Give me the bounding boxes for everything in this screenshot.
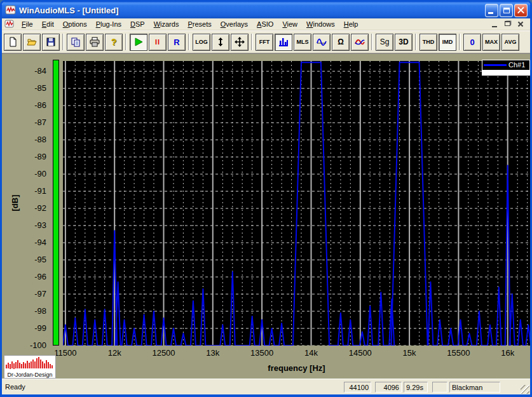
y-tick-label: -91 (25, 186, 46, 196)
toolbar-separator (188, 34, 190, 50)
status-samplerate: 44100 (344, 382, 371, 393)
x-tick-label: 14k (290, 348, 331, 358)
impedance-button[interactable]: Ω (332, 34, 350, 51)
y-tick-label: -85 (25, 83, 46, 93)
menu-windows[interactable]: Windows (302, 19, 339, 29)
status-window-function: Blackman (449, 382, 500, 393)
toolbar-separator (459, 34, 461, 50)
status-fftsize: 4096 (375, 382, 402, 393)
vertical-zoom-button[interactable] (212, 34, 229, 51)
new-button[interactable] (4, 34, 22, 51)
minimize-icon (488, 12, 493, 14)
y-tick-label: -92 (25, 203, 46, 213)
omega-icon: Ω (338, 37, 344, 46)
menu-options[interactable]: Options (58, 19, 92, 29)
maximize-icon (503, 8, 510, 13)
app-window: WinAudioMLS - [Untitled] FileEditOptions… (0, 0, 532, 397)
minimize-button[interactable] (485, 4, 498, 17)
y-tick-label: -98 (25, 306, 46, 316)
signal-button[interactable]: Sg (376, 34, 393, 51)
reset-averaging-button[interactable]: 0 (463, 34, 481, 51)
y-tick-label: -94 (25, 238, 46, 248)
play-icon (133, 37, 144, 47)
mdi-close-icon (516, 20, 525, 28)
title-bar[interactable]: WinAudioMLS - [Untitled] (2, 2, 530, 18)
menu-wizards[interactable]: Wizards (149, 19, 184, 29)
menu-presets[interactable]: Presets (183, 19, 215, 29)
record-button[interactable]: R (168, 34, 186, 51)
y-tick-label: -97 (25, 289, 46, 299)
logo-waveform-icon (4, 356, 55, 371)
vendor-logo: Dr-Jordan-Design (4, 355, 56, 379)
x-tick-label: 13500 (242, 348, 282, 358)
close-button[interactable] (514, 4, 528, 17)
help-button[interactable]: ? (105, 34, 123, 51)
plot-canvas[interactable] (63, 61, 530, 346)
app-icon (5, 5, 17, 15)
mdi-restore-icon (505, 21, 510, 26)
mdi-document-icon (4, 20, 15, 29)
maximize-button[interactable] (500, 4, 513, 17)
imd-button[interactable]: IMD (439, 34, 456, 51)
menu-help[interactable]: Help (339, 19, 363, 29)
y-tick-label: -90 (25, 169, 46, 179)
menu-edit[interactable]: Edit (38, 19, 58, 29)
legend-label: Ch#1 (508, 62, 525, 69)
x-axis-title: frequency [Hz] (63, 363, 530, 373)
menu-file[interactable]: File (17, 19, 38, 29)
mdi-minimize-button[interactable] (491, 20, 500, 28)
y-tick-label: -100 (25, 340, 46, 351)
x-tick-label: 16k (488, 348, 528, 358)
3d-view-button[interactable]: 3D (395, 34, 413, 51)
toolbar: ? II R LOG FFT MLS Ω Sg 3D THD IM (2, 30, 530, 53)
overlay-curves-button[interactable] (351, 34, 369, 51)
x-tick-label: 14500 (340, 348, 381, 358)
resize-grip[interactable] (521, 385, 529, 394)
pan-zoom-button[interactable] (231, 34, 249, 51)
window-title: WinAudioMLS - [Untitled] (19, 6, 485, 15)
menu-dsp[interactable]: DSP (126, 19, 149, 29)
menu-view[interactable]: View (278, 19, 302, 29)
toolbar-separator (62, 34, 64, 50)
mdi-minimize-icon (492, 26, 497, 27)
open-button[interactable] (23, 34, 41, 51)
fft-button[interactable]: FFT (256, 34, 273, 51)
mdi-restore-button[interactable] (503, 20, 512, 28)
mls-button[interactable]: MLS (294, 34, 311, 51)
mdi-close-button[interactable] (516, 20, 525, 28)
print-button[interactable] (86, 34, 104, 51)
close-icon (515, 4, 527, 17)
toolbar-separator (125, 34, 127, 50)
copy-button[interactable] (67, 34, 85, 51)
x-tick-label: 13k (193, 348, 233, 358)
menu-asio[interactable]: ASIO (252, 19, 278, 29)
menu-overlays[interactable]: Overlays (216, 19, 252, 29)
chart-area: [dB] -84-85-86-87-88-89-90-91-92-93-94-9… (2, 53, 530, 379)
save-floppy-icon (46, 37, 56, 47)
spectrum-display-button[interactable] (275, 34, 292, 51)
y-tick-label: -86 (25, 100, 46, 111)
signal-generator-button[interactable] (313, 34, 331, 51)
y-axis-title: [dB] (10, 190, 20, 217)
average-button[interactable]: AVG (501, 34, 519, 51)
y-tick-label: -88 (25, 135, 46, 145)
status-time: 9.29s (404, 382, 428, 393)
thd-button[interactable]: THD (419, 34, 437, 51)
menu-plug-ins[interactable]: Plug-Ins (92, 19, 126, 29)
y-tick-label: -89 (25, 152, 46, 162)
move-cross-icon (235, 37, 245, 47)
play-button[interactable] (130, 34, 147, 51)
y-tick-label: -99 (25, 323, 46, 333)
x-tick-label: 15500 (438, 348, 479, 358)
save-button[interactable] (42, 34, 60, 51)
y-tick-label: -95 (25, 255, 46, 265)
max-hold-button[interactable]: MAX (482, 34, 500, 51)
toolbar-separator (371, 34, 373, 50)
pause-icon: II (155, 38, 160, 46)
printer-icon (90, 37, 100, 47)
log-scale-button[interactable]: LOG (193, 34, 210, 51)
legend-empty-row (482, 70, 529, 75)
x-tick-label: 12500 (144, 348, 184, 358)
x-tick-label: 12k (94, 348, 135, 358)
pause-button[interactable]: II (149, 34, 167, 51)
